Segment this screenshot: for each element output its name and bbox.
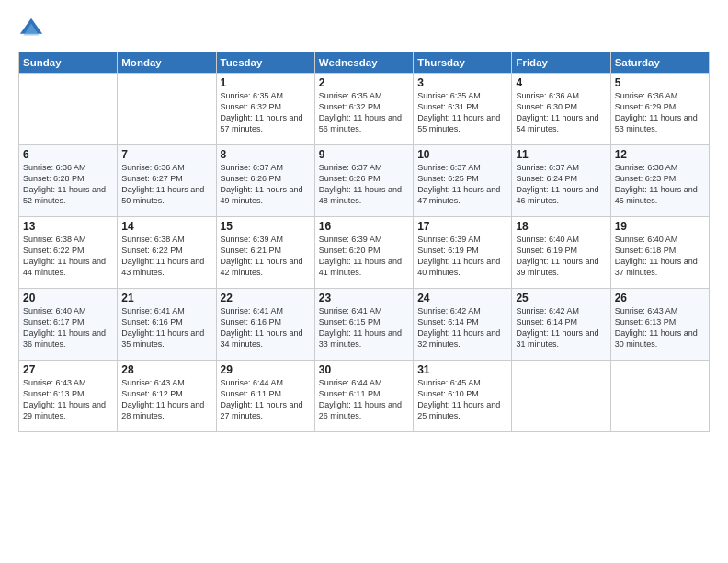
- calendar-cell: 14Sunrise: 6:38 AM Sunset: 6:22 PM Dayli…: [118, 217, 216, 289]
- day-info: Sunrise: 6:43 AM Sunset: 6:13 PM Dayligh…: [23, 377, 113, 422]
- calendar-cell: 13Sunrise: 6:38 AM Sunset: 6:22 PM Dayli…: [19, 217, 118, 289]
- day-info: Sunrise: 6:40 AM Sunset: 6:18 PM Dayligh…: [615, 234, 705, 279]
- day-info: Sunrise: 6:41 AM Sunset: 6:16 PM Dayligh…: [121, 305, 211, 350]
- day-number: 12: [615, 148, 705, 161]
- calendar-cell: 17Sunrise: 6:39 AM Sunset: 6:19 PM Dayli…: [414, 217, 512, 289]
- day-number: 24: [417, 292, 507, 304]
- day-number: 20: [23, 292, 113, 304]
- day-number: 15: [221, 220, 311, 233]
- calendar-cell: 23Sunrise: 6:41 AM Sunset: 6:15 PM Dayli…: [314, 289, 413, 361]
- calendar-header: SundayMondayTuesdayWednesdayThursdayFrid…: [19, 52, 710, 74]
- calendar-body: 1Sunrise: 6:35 AM Sunset: 6:32 PM Daylig…: [19, 74, 710, 432]
- calendar-cell: 20Sunrise: 6:40 AM Sunset: 6:17 PM Dayli…: [19, 289, 118, 361]
- day-info: Sunrise: 6:38 AM Sunset: 6:23 PM Dayligh…: [615, 162, 705, 207]
- day-number: 2: [319, 76, 409, 89]
- day-number: 5: [615, 76, 705, 89]
- day-info: Sunrise: 6:36 AM Sunset: 6:30 PM Dayligh…: [516, 90, 606, 135]
- calendar-cell: 31Sunrise: 6:45 AM Sunset: 6:10 PM Dayli…: [414, 361, 512, 432]
- calendar-cell: 2Sunrise: 6:35 AM Sunset: 6:32 PM Daylig…: [314, 74, 413, 145]
- day-info: Sunrise: 6:44 AM Sunset: 6:11 PM Dayligh…: [221, 377, 311, 422]
- day-number: 26: [615, 292, 705, 304]
- calendar-cell: 4Sunrise: 6:36 AM Sunset: 6:30 PM Daylig…: [512, 74, 610, 145]
- day-info: Sunrise: 6:35 AM Sunset: 6:31 PM Dayligh…: [417, 90, 507, 135]
- day-number: 21: [121, 292, 211, 304]
- day-number: 22: [221, 292, 311, 304]
- day-info: Sunrise: 6:38 AM Sunset: 6:22 PM Dayligh…: [23, 234, 113, 279]
- header: [18, 17, 710, 42]
- calendar-cell: 27Sunrise: 6:43 AM Sunset: 6:13 PM Dayli…: [19, 361, 118, 432]
- calendar-cell: 9Sunrise: 6:37 AM Sunset: 6:26 PM Daylig…: [314, 145, 413, 217]
- day-info: Sunrise: 6:39 AM Sunset: 6:19 PM Dayligh…: [417, 234, 507, 279]
- day-info: Sunrise: 6:40 AM Sunset: 6:19 PM Dayligh…: [516, 234, 606, 279]
- day-number: 13: [23, 220, 113, 233]
- day-number: 25: [516, 292, 606, 304]
- calendar-cell: 12Sunrise: 6:38 AM Sunset: 6:23 PM Dayli…: [610, 145, 709, 217]
- day-number: 11: [516, 148, 606, 161]
- day-number: 30: [319, 363, 409, 376]
- day-number: 3: [417, 76, 507, 89]
- weekday-header: Wednesday: [314, 52, 413, 74]
- day-info: Sunrise: 6:43 AM Sunset: 6:12 PM Dayligh…: [121, 377, 211, 422]
- calendar-week-row: 27Sunrise: 6:43 AM Sunset: 6:13 PM Dayli…: [19, 361, 710, 432]
- calendar-cell: 7Sunrise: 6:36 AM Sunset: 6:27 PM Daylig…: [118, 145, 216, 217]
- day-info: Sunrise: 6:36 AM Sunset: 6:29 PM Dayligh…: [615, 90, 705, 135]
- calendar-cell: 22Sunrise: 6:41 AM Sunset: 6:16 PM Dayli…: [216, 289, 314, 361]
- calendar-week-row: 1Sunrise: 6:35 AM Sunset: 6:32 PM Daylig…: [19, 74, 710, 145]
- calendar-cell: 26Sunrise: 6:43 AM Sunset: 6:13 PM Dayli…: [610, 289, 709, 361]
- logo: [18, 17, 48, 42]
- day-info: Sunrise: 6:41 AM Sunset: 6:15 PM Dayligh…: [319, 305, 409, 350]
- day-number: 14: [121, 220, 211, 233]
- calendar-cell: [19, 74, 118, 145]
- day-number: 8: [221, 148, 311, 161]
- calendar-week-row: 20Sunrise: 6:40 AM Sunset: 6:17 PM Dayli…: [19, 289, 710, 361]
- calendar-cell: 25Sunrise: 6:42 AM Sunset: 6:14 PM Dayli…: [512, 289, 610, 361]
- calendar-cell: 19Sunrise: 6:40 AM Sunset: 6:18 PM Dayli…: [610, 217, 709, 289]
- day-info: Sunrise: 6:36 AM Sunset: 6:27 PM Dayligh…: [121, 162, 211, 207]
- day-number: 7: [121, 148, 211, 161]
- day-info: Sunrise: 6:39 AM Sunset: 6:21 PM Dayligh…: [221, 234, 311, 279]
- weekday-header: Thursday: [414, 52, 512, 74]
- calendar-cell: 8Sunrise: 6:37 AM Sunset: 6:26 PM Daylig…: [216, 145, 314, 217]
- day-info: Sunrise: 6:43 AM Sunset: 6:13 PM Dayligh…: [615, 305, 705, 350]
- weekday-header: Saturday: [610, 52, 709, 74]
- calendar-cell: [512, 361, 610, 432]
- day-info: Sunrise: 6:37 AM Sunset: 6:25 PM Dayligh…: [417, 162, 507, 207]
- day-number: 29: [221, 363, 311, 376]
- day-info: Sunrise: 6:42 AM Sunset: 6:14 PM Dayligh…: [417, 305, 507, 350]
- day-number: 9: [319, 148, 409, 161]
- calendar-cell: 30Sunrise: 6:44 AM Sunset: 6:11 PM Dayli…: [314, 361, 413, 432]
- calendar-week-row: 13Sunrise: 6:38 AM Sunset: 6:22 PM Dayli…: [19, 217, 710, 289]
- day-info: Sunrise: 6:44 AM Sunset: 6:11 PM Dayligh…: [319, 377, 409, 422]
- day-info: Sunrise: 6:37 AM Sunset: 6:24 PM Dayligh…: [516, 162, 606, 207]
- calendar-cell: [118, 74, 216, 145]
- day-number: 27: [23, 363, 113, 376]
- day-number: 4: [516, 76, 606, 89]
- calendar-cell: 5Sunrise: 6:36 AM Sunset: 6:29 PM Daylig…: [610, 74, 709, 145]
- weekday-header: Tuesday: [216, 52, 314, 74]
- day-info: Sunrise: 6:37 AM Sunset: 6:26 PM Dayligh…: [319, 162, 409, 207]
- weekday-header: Sunday: [19, 52, 118, 74]
- day-number: 10: [417, 148, 507, 161]
- weekday-row: SundayMondayTuesdayWednesdayThursdayFrid…: [19, 52, 710, 74]
- day-number: 17: [417, 220, 507, 233]
- day-info: Sunrise: 6:35 AM Sunset: 6:32 PM Dayligh…: [221, 90, 311, 135]
- day-info: Sunrise: 6:39 AM Sunset: 6:20 PM Dayligh…: [319, 234, 409, 279]
- day-info: Sunrise: 6:41 AM Sunset: 6:16 PM Dayligh…: [221, 305, 311, 350]
- day-info: Sunrise: 6:42 AM Sunset: 6:14 PM Dayligh…: [516, 305, 606, 350]
- calendar-cell: 28Sunrise: 6:43 AM Sunset: 6:12 PM Dayli…: [118, 361, 216, 432]
- day-number: 1: [221, 76, 311, 89]
- day-number: 16: [319, 220, 409, 233]
- calendar-cell: 24Sunrise: 6:42 AM Sunset: 6:14 PM Dayli…: [414, 289, 512, 361]
- day-info: Sunrise: 6:37 AM Sunset: 6:26 PM Dayligh…: [221, 162, 311, 207]
- day-number: 31: [417, 363, 507, 376]
- logo-icon: [18, 17, 44, 42]
- calendar-cell: 18Sunrise: 6:40 AM Sunset: 6:19 PM Dayli…: [512, 217, 610, 289]
- calendar-cell: 16Sunrise: 6:39 AM Sunset: 6:20 PM Dayli…: [314, 217, 413, 289]
- day-number: 18: [516, 220, 606, 233]
- day-number: 28: [121, 363, 211, 376]
- calendar-cell: 3Sunrise: 6:35 AM Sunset: 6:31 PM Daylig…: [414, 74, 512, 145]
- day-info: Sunrise: 6:45 AM Sunset: 6:10 PM Dayligh…: [417, 377, 507, 422]
- day-info: Sunrise: 6:40 AM Sunset: 6:17 PM Dayligh…: [23, 305, 113, 350]
- calendar: SundayMondayTuesdayWednesdayThursdayFrid…: [18, 52, 710, 432]
- day-number: 6: [23, 148, 113, 161]
